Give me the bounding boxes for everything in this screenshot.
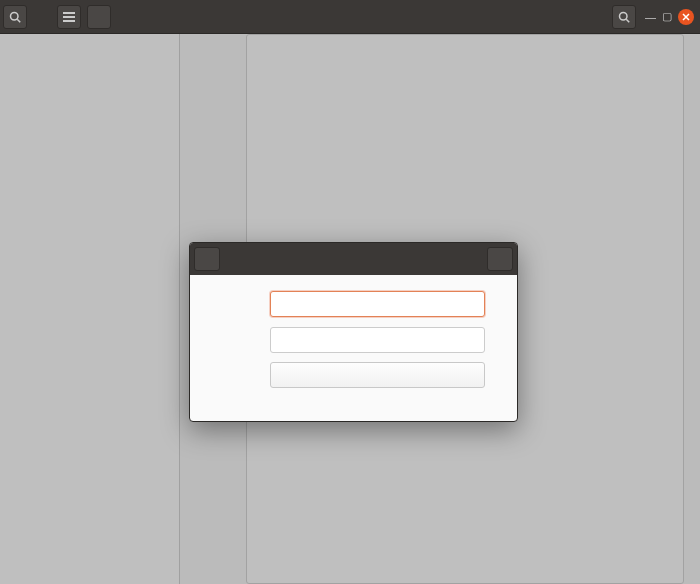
headerbar-right: — ▢ (609, 5, 700, 29)
page-search-button[interactable] (612, 5, 636, 29)
name-input[interactable] (270, 291, 485, 317)
command-input[interactable] (270, 327, 485, 353)
window-maximize-button[interactable]: ▢ (662, 10, 672, 23)
window-minimize-button[interactable]: — (645, 11, 656, 23)
svg-line-3 (626, 19, 629, 22)
svg-point-0 (11, 12, 19, 20)
svg-point-2 (620, 12, 628, 20)
set-shortcut-button[interactable] (270, 362, 485, 388)
add-custom-shortcut-dialog (189, 242, 518, 422)
svg-line-1 (17, 19, 20, 22)
close-icon (682, 13, 690, 21)
dialog-header (190, 243, 517, 275)
window-close-button[interactable] (678, 9, 694, 25)
header-search-button[interactable] (3, 5, 27, 29)
headerbar-left (0, 0, 114, 33)
headerbar: — ▢ (0, 0, 700, 34)
search-icon (618, 11, 630, 23)
body (0, 34, 700, 584)
search-icon (9, 11, 21, 23)
dialog-body (190, 275, 517, 421)
reset-all-button[interactable] (87, 5, 111, 29)
hamburger-menu-button[interactable] (57, 5, 81, 29)
add-button[interactable] (487, 247, 513, 271)
hamburger-icon (63, 12, 75, 22)
cancel-button[interactable] (194, 247, 220, 271)
